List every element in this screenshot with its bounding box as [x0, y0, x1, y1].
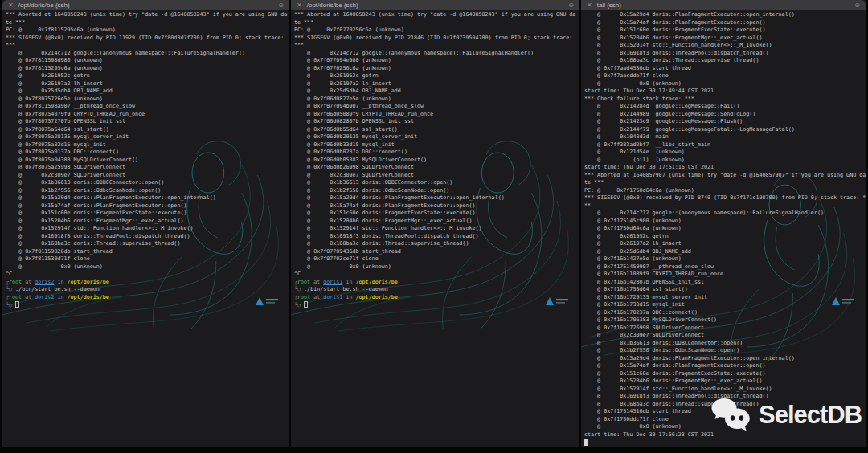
- terminal-line: @ 0x0 (unknown): [584, 423, 866, 431]
- terminal-line: @ 0x16918f3 doris::ThreadPool::dispatch_…: [584, 393, 866, 401]
- terminal-output[interactable]: *** Aborted at 1640858243 (unix time) tr…: [294, 11, 579, 447]
- terminal-line: @ 0x7f16b170237a DBC::connect(): [584, 309, 866, 317]
- terminal-line: @ 0x26197a2 lh_insert: [6, 80, 289, 88]
- terminal-line: @ 0x7f16b142807b OPENSSL_init_ssl: [584, 279, 866, 287]
- terminal-line: *** SIGSEGV (@0x0) received by PID 21846…: [294, 35, 579, 43]
- terminal-line: ***: [294, 42, 579, 50]
- prompt-segment: └○: [6, 286, 15, 292]
- terminal-line: @ 0x7f16b11089f9 CRYPTO_THREAD_run_once: [584, 271, 866, 279]
- terminal-line: @ 0x7f8075a28135 mysql_server_init: [6, 133, 289, 141]
- terminal-line: te ***: [294, 19, 579, 27]
- terminal-line: ┌root at doris1 in /opt/doris/be: [294, 294, 579, 302]
- terminal-line: @ 0x7ff383ad2bf7 __libc_start_main: [584, 141, 866, 149]
- terminal-line: @ 0x7f16b1726998 SQLDriverConnect: [584, 324, 866, 333]
- prompt-segment: doris1: [323, 294, 342, 300]
- terminal-line: @ 0x7f8075a04383 MySQLDriverConnect(): [6, 157, 289, 165]
- prompt-segment: at: [22, 279, 35, 285]
- terminal-line: ***: [6, 42, 289, 50]
- terminal-output[interactable]: *** Aborted at 1640858243 (unix time) tr…: [6, 11, 289, 447]
- terminal-line: @ 0x7f17514516db start_thread: [584, 408, 866, 416]
- terminal-line: @ 0x25d5db4 OBJ_NAME_add: [294, 88, 579, 96]
- terminal-line: @ 0x7f81159826db start_thread: [6, 248, 289, 256]
- terminal-line: *** Aborted at 1640857907 (unix time) tr…: [584, 172, 866, 180]
- prompt-segment: root: [9, 294, 22, 300]
- collapse-icon[interactable]: ⊖: [278, 0, 284, 10]
- prompt-segment: └○: [6, 302, 15, 308]
- terminal-line: @ 0x0 (unknown): [294, 263, 579, 271]
- terminal-line: @ 0x15204b6 doris::FragmentMgr::_exec_ac…: [584, 378, 866, 386]
- prompt-segment: at: [310, 279, 323, 285]
- terminal-line: └○: [294, 301, 579, 309]
- prompt-segment: doris1: [323, 279, 342, 285]
- terminal-line: @ 0x1043d3d main: [584, 133, 866, 141]
- terminal-line: @ (nil) (unknown): [584, 157, 866, 165]
- terminal-line: @ 0x15a74af doris::PlanFragmentExecutor:…: [6, 202, 289, 210]
- terminal-line: *** SIGSEGV (@0x0) received by PID 11929…: [6, 35, 289, 43]
- terminal-line: @ 0x7f16b1705383 MySQLDriverConnect(): [584, 316, 866, 324]
- terminal-line: @ 0x15204b6 doris::FragmentMgr::_exec_ac…: [584, 35, 866, 43]
- terminal-line: @ 0x25d5db4 OBJ_NAME_add: [584, 248, 866, 256]
- terminal-line: @ 0x261952c getrn: [584, 233, 866, 241]
- terminal-line: @ 0x26197a2 lh_insert: [294, 80, 579, 88]
- terminal-line: @ 0x7f0770256c6a (unknown): [294, 65, 579, 73]
- terminal-line: @ 0x7f7aacdde71f clone: [584, 72, 866, 80]
- terminal-pane-right: ✕ tail (ssh) ⊖: [581, 0, 866, 447]
- terminal-line: @ 0x15a29d4 doris::PlanFragmentExecutor:…: [294, 194, 579, 202]
- pane-title: tail (ssh): [597, 2, 621, 9]
- prompt-segment: root: [297, 279, 310, 285]
- terminal-line: @ 0x7f077094b907 __pthread_once_slow: [294, 103, 579, 111]
- terminal-line: @ 0x7f07709436db start_thread: [294, 248, 579, 256]
- terminal-line: *** Check failure stack trace: ***: [584, 96, 866, 104]
- terminal-line: @ 0x1b36613 doris::ODBCConnector::open(): [294, 179, 579, 187]
- terminal-line: @ 0x15a74af doris::PlanFragmentExecutor:…: [294, 202, 579, 210]
- terminal-line: @ 0x7f175145c980 (unknown): [584, 218, 866, 226]
- terminal-line: @ 0x168ba3c doris::Thread::supervise_thr…: [584, 57, 866, 65]
- terminal-line: PC: @ 0x7f0770256c6a (unknown): [294, 27, 579, 35]
- pane-titlebar: ✕ /opt/doris/be (ssh) ⊖: [2, 0, 289, 10]
- terminal-pane-left: ✕ /opt/doris/be (ssh) ⊖: [2, 0, 289, 447]
- terminal-line: @ 0x1b2f556 doris::OdbcScanNode::open(): [294, 187, 579, 195]
- terminal-line: ┌root at doris2 in /opt/doris/be: [6, 279, 289, 287]
- prompt-segment: └○: [294, 286, 304, 292]
- terminal-line: @ 0x152914f std::_Function_handler<>::_M…: [294, 225, 579, 233]
- terminal-line: @ 0x151c60e doris::FragmentExecState::ex…: [6, 210, 289, 218]
- terminal-line: @ 0x214c712 google::(anonymous namespace…: [294, 50, 579, 58]
- collapse-icon[interactable]: ⊖: [854, 0, 860, 10]
- terminal-line: ^C: [294, 271, 579, 279]
- terminal-line: @ 0x16918f3 doris::ThreadPool::dispatch_…: [294, 233, 579, 241]
- terminal-line: @ 0x15204b6 doris::FragmentMgr::_exec_ac…: [294, 218, 579, 226]
- terminal-output[interactable]: @ 0x15a29d4 doris::PlanFragmentExecutor:…: [584, 11, 866, 447]
- terminal-line: @ 0x7f06d0b29135 mysql_server_init: [294, 133, 579, 141]
- close-icon[interactable]: ✕: [587, 0, 592, 10]
- terminal-line: @ 0x7f16b1427e5e (unknown): [584, 255, 866, 263]
- terminal-line: └○: [6, 301, 289, 309]
- terminal-line: @ 0x121d54e (unknown): [584, 149, 866, 157]
- close-icon[interactable]: ✕: [297, 0, 302, 10]
- prompt-segment: at: [310, 294, 323, 300]
- terminal-line: @ 0x15204b6 doris::FragmentMgr::_exec_ac…: [6, 218, 289, 226]
- collapse-icon[interactable]: ⊖: [568, 0, 574, 10]
- prompt-segment: in: [54, 279, 67, 285]
- terminal-line: start time: Thu Dec 30 17:49:44 CST 2021: [584, 88, 866, 96]
- terminal-line: ┌root at doris1 in /opt/doris/be: [294, 279, 579, 287]
- terminal-line: @ 0x214c712 google::(anonymous namespace…: [584, 210, 866, 218]
- terminal-line: @ 0x152914f std::_Function_handler<>::_M…: [6, 225, 289, 233]
- terminal-line: start time: Thu Dec 30 17:51:16 CST 2021: [584, 164, 866, 172]
- terminal-line: ┌root at doris2 in /opt/doris/be: [6, 294, 289, 302]
- prompt-segment: in: [342, 294, 355, 300]
- prompt-segment: └○: [294, 302, 304, 308]
- close-icon[interactable]: ✕: [8, 0, 14, 10]
- prompt-segment: /opt/doris/be: [356, 294, 398, 300]
- terminal-line: PC: @ 0x7f1750d64c6a (unknown): [584, 187, 866, 195]
- terminal-line: @ 0x7f7aad4536db start_thread: [584, 65, 866, 73]
- prompt-segment: /opt/doris/be: [68, 294, 109, 300]
- terminal-line: @ 0x15a29d4 doris::PlanFragmentExecutor:…: [584, 11, 866, 19]
- terminal-line: @ 0x2144989 google::LogMessage::SendToLo…: [584, 111, 866, 119]
- terminal-line: @ 0x151c60e doris::FragmentExecState::ex…: [584, 370, 866, 378]
- prompt-segment: root: [297, 294, 310, 300]
- terminal-line: @ 0x16918f3 doris::ThreadPool::dispatch_…: [584, 50, 866, 58]
- terminal-line: @ 0x261952c getrn: [6, 72, 289, 80]
- terminal-line: @ 0x7f8075a54d64 ssl_start(): [6, 126, 289, 134]
- terminal-line: @ 0x261952c getrn: [294, 72, 579, 80]
- terminal-line: @ 0x7f8075726e5e (unknown): [6, 96, 289, 104]
